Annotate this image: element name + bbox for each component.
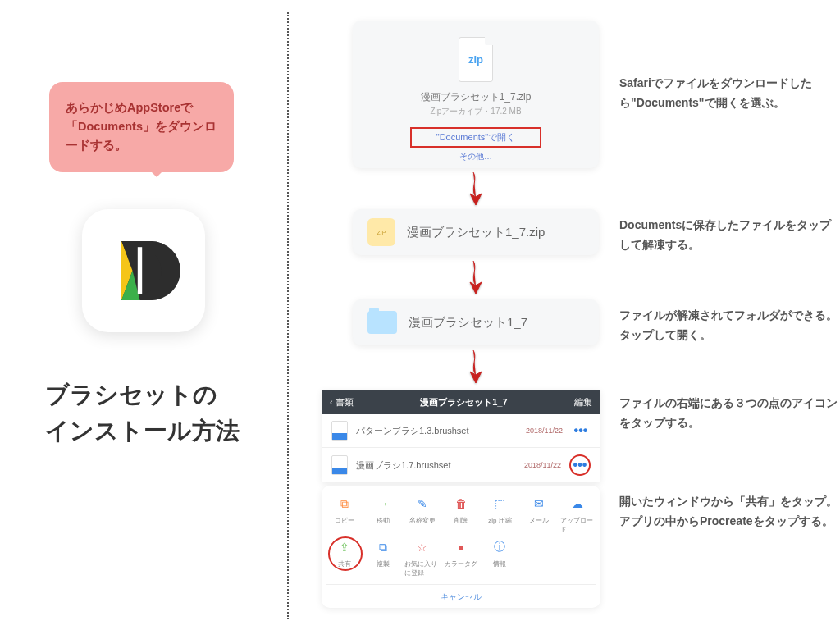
safari-download-panel: zip 漫画ブラシセット1_7.zip Zipアーカイブ・17.2 MB "Do… [353, 21, 599, 168]
file-name: 漫画ブラシ1.7.brushset [356, 459, 516, 472]
action-label: カラータグ [445, 559, 477, 568]
file-row[interactable]: 漫画ブラシ1.7.brushset2018/11/22••• [322, 448, 600, 482]
action-icon: ● [451, 537, 471, 557]
other-button[interactable]: その他… [459, 151, 492, 162]
folder-label: 漫画ブラシセット1_7 [409, 315, 527, 331]
more-highlight-circle: ••• [569, 454, 591, 476]
action-item[interactable]: ●カラータグ [443, 537, 478, 578]
action-label: 複製 [377, 559, 390, 568]
download-file-name: 漫画ブラシセット1_7.zip [421, 90, 532, 104]
action-item[interactable]: ☁アップロード [560, 494, 596, 534]
action-icon: → [373, 494, 393, 514]
action-item[interactable]: ⬚zip 圧縮 [482, 494, 518, 534]
cancel-button[interactable]: キャンセル [326, 584, 596, 608]
download-file-size: Zipアーカイブ・17.2 MB [430, 106, 521, 117]
action-item[interactable]: →移動 [365, 494, 400, 534]
arrow-down-icon [468, 172, 484, 203]
action-icon: ⧉ [335, 494, 354, 514]
zip-file-label: 漫画ブラシセット1_7.zip [407, 225, 545, 240]
brushset-file-icon [331, 421, 348, 441]
action-icon: ⧉ [373, 537, 393, 557]
page-title: ブラシセットの インストール方法 [45, 377, 240, 449]
documents-file-list-panel: ‹書類 漫画ブラシセット1_7 編集 パターンブラシ1.3.brushset20… [322, 390, 600, 482]
file-date: 2018/11/22 [524, 461, 561, 469]
nav-edit-button[interactable]: 編集 [574, 396, 592, 409]
folder-row[interactable]: 漫画ブラシセット1_7 [353, 299, 599, 345]
action-icon: ☆ [413, 537, 432, 557]
open-in-documents-button[interactable]: "Documents"で開く [410, 127, 541, 148]
action-icon: ✎ [413, 494, 432, 514]
action-label: 名称変更 [409, 516, 436, 525]
action-item[interactable]: ⧉複製 [365, 537, 400, 578]
nav-bar: ‹書類 漫画ブラシセット1_7 編集 [322, 390, 600, 414]
action-label: コピー [335, 516, 354, 525]
action-label: 情報 [493, 559, 506, 568]
action-icon: ✉ [529, 494, 549, 514]
documents-logo-icon [107, 234, 180, 308]
action-label: 移動 [377, 516, 390, 525]
action-item[interactable]: ⓘ情報 [482, 537, 518, 578]
file-date: 2018/11/22 [526, 427, 563, 435]
arrow-down-icon [468, 261, 484, 292]
action-label: zip 圧縮 [488, 516, 511, 525]
zip-small-icon: ZIP [368, 218, 395, 246]
step4-text: ファイルの右端にある３つの点のアイコンをタップする。 [619, 394, 840, 433]
action-item[interactable]: ✎名称変更 [404, 494, 440, 534]
step2-text: Documentsに保存したファイルをタップして解凍する。 [619, 216, 840, 255]
zip-file-row[interactable]: ZIP 漫画ブラシセット1_7.zip [353, 209, 599, 255]
svg-rect-1 [138, 247, 142, 294]
action-icon: ☁ [568, 494, 587, 514]
action-icon: 🗑 [451, 494, 471, 514]
action-item[interactable]: 🗑削除 [443, 494, 478, 534]
step1-text: Safariでファイルをダウンロードしたら"Documents"で開くを選ぶ。 [619, 74, 840, 113]
step5-text: 開いたウィンドウから「共有」をタップ。アプリの中からProcreateをタップす… [619, 492, 840, 532]
nav-back-button[interactable]: ‹書類 [330, 396, 354, 409]
documents-app-icon [82, 209, 205, 332]
action-label: メール [529, 516, 549, 525]
action-item[interactable]: ⧉コピー [326, 494, 362, 534]
more-button[interactable]: ••• [571, 458, 589, 472]
file-row[interactable]: パターンブラシ1.3.brushset2018/11/22••• [322, 414, 600, 448]
action-icon: ⓘ [490, 537, 509, 557]
action-label: お気に入りに登録 [404, 559, 440, 578]
arrow-down-icon [468, 350, 484, 381]
vertical-divider [287, 12, 289, 619]
share-highlight-circle [328, 536, 363, 571]
action-label: 削除 [454, 516, 468, 525]
action-icon: ⬚ [490, 494, 509, 514]
speech-bubble: あらかじめAppStoreで「Documents」をダウンロードする。 [49, 82, 234, 172]
action-item[interactable]: ☆お気に入りに登録 [404, 537, 440, 578]
chevron-left-icon: ‹ [330, 397, 333, 407]
file-name: パターンブラシ1.3.brushset [356, 425, 518, 437]
action-item[interactable]: ✉メール [521, 494, 556, 534]
more-button[interactable]: ••• [571, 423, 591, 438]
zip-file-icon: zip [459, 37, 493, 82]
brushset-file-icon [331, 455, 348, 475]
folder-icon [368, 311, 397, 334]
nav-title: 漫画ブラシセット1_7 [420, 396, 507, 409]
step3-text: ファイルが解凍されてフォルダができる。タップして開く。 [619, 306, 840, 345]
action-sheet: ⧉コピー→移動✎名称変更🗑削除⬚zip 圧縮✉メール☁アップロード⇪共有⧉複製☆… [322, 486, 600, 608]
action-label: アップロード [560, 516, 596, 534]
